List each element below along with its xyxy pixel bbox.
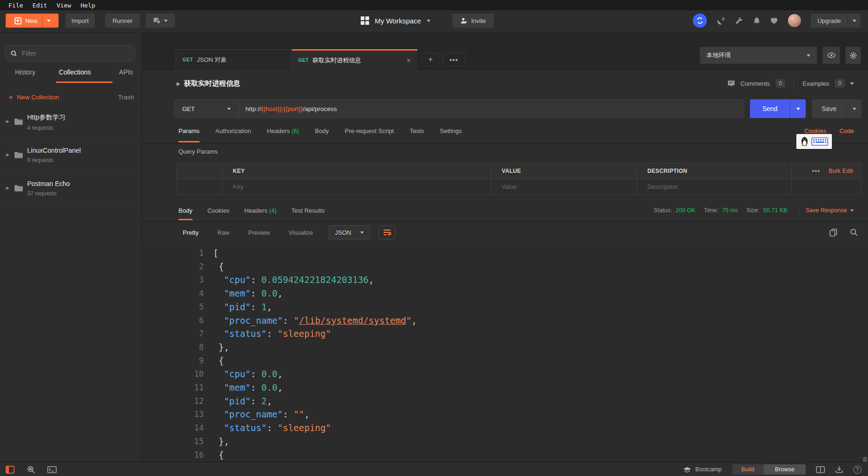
menu-help[interactable]: Help — [76, 2, 100, 9]
settings-gear-button[interactable] — [846, 47, 861, 64]
request-tab-active[interactable]: GET 获取实时进程信息 × — [292, 49, 417, 70]
workspace-switcher[interactable]: My Workspace — [361, 14, 430, 28]
comments-label[interactable]: Comments — [741, 80, 770, 87]
wrap-text-button[interactable] — [378, 225, 395, 239]
chevron-down-icon — [47, 20, 51, 22]
heart-icon[interactable] — [770, 17, 778, 24]
build-button[interactable]: Build — [732, 464, 764, 475]
sync-status-icon[interactable] — [693, 14, 707, 28]
trash-button[interactable]: Trash — [118, 94, 134, 101]
description-column-header: DESCRIPTION — [637, 164, 792, 178]
folder-icon — [14, 118, 23, 125]
collapse-caret-icon[interactable]: ▶ — [177, 81, 180, 86]
tab-body[interactable]: Body — [315, 119, 329, 143]
bulk-edit-link[interactable]: Bulk Edit — [829, 168, 853, 174]
environment-selector[interactable]: 本地环境 — [700, 47, 817, 64]
download-tray-icon[interactable] — [835, 466, 843, 473]
scrollbar[interactable] — [863, 455, 867, 460]
method-selector[interactable]: GET — [175, 100, 239, 118]
url-input[interactable]: http://{{host}}:{{port}}/api/process — [239, 105, 337, 112]
import-button[interactable]: Import — [66, 14, 95, 28]
tab-headers[interactable]: Headers (6) — [267, 119, 299, 143]
status-value: 200 OK — [675, 207, 695, 214]
scrollbar-thumb[interactable] — [863, 457, 867, 462]
row-handle-cell — [177, 179, 223, 194]
upgrade-button[interactable]: Upgrade — [811, 14, 861, 28]
save-options-caret[interactable] — [846, 99, 861, 118]
request-tab-inactive[interactable]: GET JSON 对象 — [176, 49, 292, 70]
notifications-bell-icon[interactable] — [753, 17, 760, 25]
filter-input[interactable] — [22, 50, 129, 57]
view-preview[interactable]: Preview — [248, 229, 270, 236]
toggle-sidebar-icon[interactable] — [6, 466, 15, 474]
runner-button[interactable]: Runner — [105, 14, 140, 28]
tab-tests[interactable]: Tests — [410, 119, 424, 143]
tab-options-button[interactable]: ••• — [443, 52, 465, 67]
copy-icon[interactable] — [830, 229, 837, 237]
save-response-button[interactable]: Save Response — [806, 207, 854, 214]
collection-item[interactable]: ▶ LinuxControlPanel 9 requests — [0, 140, 141, 173]
description-input[interactable] — [647, 183, 781, 190]
chevron-right-icon[interactable]: ▶ — [6, 186, 9, 190]
cookies-link[interactable]: Cookies — [804, 127, 826, 134]
new-collection-button[interactable]: +New Collection — [8, 93, 59, 101]
tab-params[interactable]: Params — [178, 119, 200, 143]
menu-view[interactable]: View — [52, 2, 76, 9]
response-tab-headers[interactable]: Headers (4) — [245, 200, 277, 222]
find-replace-icon[interactable] — [27, 466, 35, 474]
more-options-icon[interactable]: ••• — [812, 167, 820, 175]
code-text: "mem": 0.0, — [213, 381, 283, 394]
language-selector[interactable]: JSON — [329, 225, 370, 239]
response-body-editor[interactable]: 1[2 {3 "cpu": 0.059424221824203136,4 "me… — [142, 243, 868, 462]
menu-file[interactable]: File — [4, 2, 28, 9]
bootcamp-button[interactable]: Bootcamp — [683, 466, 721, 473]
collection-item[interactable]: ▶ Http参数学习 4 requests — [0, 107, 141, 140]
view-raw[interactable]: Raw — [217, 229, 230, 236]
response-tab-cookies[interactable]: Cookies — [208, 200, 230, 222]
send-options-caret[interactable] — [790, 99, 806, 118]
console-icon[interactable] — [47, 466, 57, 473]
response-tab-test-results[interactable]: Test Results — [291, 200, 325, 222]
view-pretty[interactable]: Pretty — [183, 229, 199, 236]
close-tab-icon[interactable]: × — [407, 56, 411, 64]
capture-requests-icon[interactable] — [717, 16, 726, 25]
add-tab-button[interactable]: + — [422, 52, 439, 67]
settings-wrench-icon[interactable] — [735, 17, 743, 25]
examples-label[interactable]: Examples — [802, 80, 829, 87]
chevron-right-icon[interactable]: ▶ — [6, 152, 9, 157]
help-icon[interactable]: ? — [853, 466, 861, 474]
value-input[interactable] — [502, 183, 626, 190]
request-title: 获取实时进程信息 — [184, 79, 240, 88]
save-label: Save — [812, 105, 846, 112]
response-tab-body[interactable]: Body — [178, 200, 193, 222]
environment-preview-button[interactable] — [823, 47, 840, 64]
filter-box[interactable] — [5, 45, 135, 62]
collection-item[interactable]: ▶ Postman Echo 37 requests — [0, 173, 141, 207]
new-button[interactable]: New — [6, 14, 59, 28]
menu-edit[interactable]: Edit — [28, 2, 52, 9]
tab-settings[interactable]: Settings — [440, 119, 462, 143]
key-input[interactable] — [233, 183, 481, 190]
tab-authorization[interactable]: Authorization — [215, 119, 251, 143]
two-pane-icon[interactable] — [816, 466, 825, 473]
save-button[interactable]: Save — [812, 99, 861, 118]
view-visualize[interactable]: Visualize — [289, 229, 313, 236]
sidebar-tab-apis[interactable]: APIs — [119, 68, 133, 83]
chevron-down-icon — [853, 108, 856, 110]
tab-pre-request-script[interactable]: Pre-request Script — [345, 119, 394, 143]
send-label: Send — [750, 105, 790, 112]
new-button-caret[interactable] — [42, 14, 54, 28]
code-link[interactable]: Code — [839, 127, 854, 134]
upgrade-caret[interactable] — [847, 14, 861, 28]
chevron-right-icon[interactable]: ▶ — [6, 119, 9, 124]
sidebar-tab-history[interactable]: History — [15, 68, 36, 83]
avatar[interactable] — [788, 14, 801, 27]
browse-button[interactable]: Browse — [764, 464, 806, 475]
send-button[interactable]: Send — [750, 99, 806, 118]
invite-button[interactable]: Invite — [453, 14, 494, 28]
code-text: }, — [213, 341, 229, 354]
new-window-button[interactable] — [146, 14, 175, 28]
divider — [696, 33, 696, 70]
code-text: "proc_name": "", — [213, 408, 310, 421]
search-response-icon[interactable] — [850, 229, 858, 236]
